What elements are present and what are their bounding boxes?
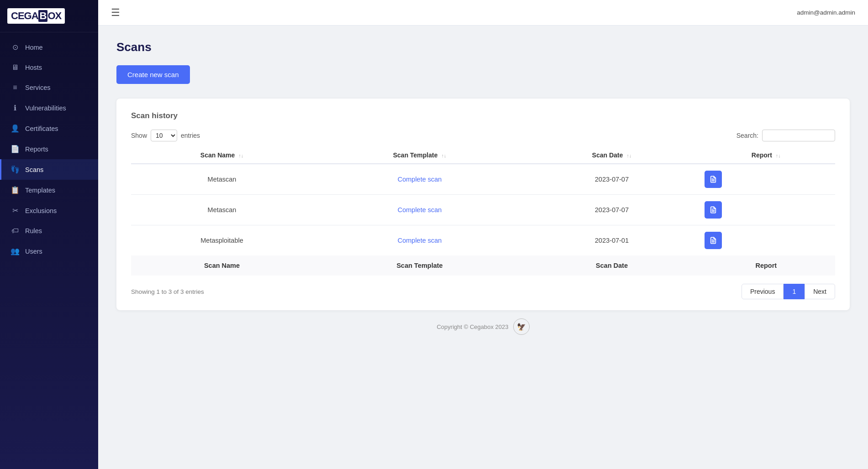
sidebar-item-users[interactable]: 👥 Users — [0, 241, 98, 261]
scan-history-title: Scan history — [131, 111, 835, 120]
sidebar-item-services[interactable]: ≡ Services — [0, 78, 98, 98]
certificates-icon: 👤 — [11, 124, 20, 133]
table-controls: Show 10 25 50 100 entries Search: — [131, 130, 835, 141]
col-scan-template[interactable]: Scan Template ↑↓ — [313, 147, 526, 164]
sidebar-item-label: Certificates — [25, 125, 58, 132]
sidebar-item-vulnerabilities[interactable]: ℹ Vulnerabilities — [0, 98, 98, 118]
cell-report — [697, 164, 835, 195]
hosts-icon: 🖥 — [11, 63, 20, 72]
sidebar-item-label: Exclusions — [25, 207, 57, 214]
sidebar-item-label: Rules — [25, 227, 42, 234]
entries-label: entries — [181, 132, 200, 139]
footer-scan-name: Scan Name — [131, 255, 313, 276]
sidebar-item-label: Users — [25, 248, 42, 255]
scan-history-table: Scan Name ↑↓ Scan Template ↑↓ Scan Date … — [131, 147, 835, 276]
report-button-1[interactable] — [705, 201, 722, 219]
cell-scan-template: Complete scan — [313, 195, 526, 225]
page-title: Scans — [116, 40, 850, 54]
showing-text: Showing 1 to 3 of 3 entries — [131, 288, 204, 295]
sidebar-item-rules[interactable]: 🏷 Rules — [0, 221, 98, 241]
sidebar-item-label: Services — [25, 84, 51, 91]
table-row: Metascan Complete scan 2023-07-07 — [131, 164, 835, 195]
footer-scan-date: Scan Date — [526, 255, 697, 276]
sidebar-item-hosts[interactable]: 🖥 Hosts — [0, 57, 98, 78]
reports-icon: 📄 — [11, 145, 20, 153]
page-1-button[interactable]: 1 — [784, 284, 805, 299]
cell-report — [697, 195, 835, 225]
pagination-area: Showing 1 to 3 of 3 entries Previous 1 N… — [131, 284, 835, 299]
table-row: Metasploitable Complete scan 2023-07-01 — [131, 225, 835, 256]
cell-scan-template: Complete scan — [313, 164, 526, 195]
previous-button[interactable]: Previous — [742, 284, 784, 299]
sort-icon-scan-name: ↑↓ — [238, 153, 243, 158]
rules-icon: 🏷 — [11, 227, 20, 235]
footer-text: Copyright © Cegabox 2023 — [437, 323, 508, 330]
table-footer-row: Scan Name Scan Template Scan Date Report — [131, 255, 835, 276]
sidebar-item-label: Home — [25, 44, 43, 51]
cell-scan-template: Complete scan — [313, 225, 526, 256]
cell-scan-name: Metascan — [131, 195, 313, 225]
create-new-scan-button[interactable]: Create new scan — [116, 65, 190, 84]
sidebar-item-scans[interactable]: 👣 Scans — [0, 159, 98, 180]
scan-template-link[interactable]: Complete scan — [398, 176, 442, 183]
sort-icon-scan-template: ↑↓ — [441, 153, 446, 158]
users-icon: 👥 — [11, 247, 20, 255]
scans-icon: 👣 — [11, 165, 20, 174]
table-header-row: Scan Name ↑↓ Scan Template ↑↓ Scan Date … — [131, 147, 835, 164]
exclusions-icon: ✂ — [11, 206, 20, 215]
sort-icon-report: ↑↓ — [776, 153, 781, 158]
entries-select[interactable]: 10 25 50 100 — [151, 130, 177, 141]
footer: Copyright © Cegabox 2023 🦅 — [116, 310, 850, 339]
footer-scan-template: Scan Template — [313, 255, 526, 276]
templates-icon: 📋 — [11, 186, 20, 194]
cell-scan-date: 2023-07-07 — [526, 195, 697, 225]
footer-report: Report — [697, 255, 835, 276]
scan-history-card: Scan history Show 10 25 50 100 entries S… — [116, 99, 850, 310]
sidebar-item-reports[interactable]: 📄 Reports — [0, 139, 98, 159]
cell-scan-date: 2023-07-07 — [526, 164, 697, 195]
next-button[interactable]: Next — [805, 284, 835, 299]
logo-box-b: B — [38, 10, 48, 22]
sidebar-item-label: Templates — [25, 187, 55, 194]
col-scan-name[interactable]: Scan Name ↑↓ — [131, 147, 313, 164]
logo: CEGABOX — [7, 8, 65, 24]
sidebar: CEGABOX ⊙ Home 🖥 Hosts ≡ Services ℹ Vuln… — [0, 0, 98, 469]
sidebar-item-templates[interactable]: 📋 Templates — [0, 180, 98, 200]
footer-logo: 🦅 — [513, 318, 530, 335]
cell-scan-name: Metasploitable — [131, 225, 313, 256]
topbar: ☰ admin@admin.admin — [98, 0, 868, 26]
logo-box-ox: OX — [47, 10, 61, 22]
sidebar-item-label: Vulnerabilities — [25, 104, 66, 112]
content: Scans Create new scan Scan history Show … — [98, 26, 868, 469]
scan-template-link[interactable]: Complete scan — [398, 206, 442, 214]
col-report[interactable]: Report ↑↓ — [697, 147, 835, 164]
col-scan-date[interactable]: Scan Date ↑↓ — [526, 147, 697, 164]
sidebar-item-label: Scans — [25, 166, 43, 173]
table-row: Metascan Complete scan 2023-07-07 — [131, 195, 835, 225]
cell-scan-name: Metascan — [131, 164, 313, 195]
search-label: Search: — [736, 132, 758, 139]
hamburger-button[interactable]: ☰ — [111, 7, 120, 19]
sidebar-item-label: Hosts — [25, 64, 42, 71]
show-entries-control: Show 10 25 50 100 entries — [131, 130, 200, 141]
main-area: ☰ admin@admin.admin Scans Create new sca… — [98, 0, 868, 469]
vulnerabilities-icon: ℹ — [11, 104, 20, 112]
search-control: Search: — [736, 130, 835, 141]
sidebar-item-certificates[interactable]: 👤 Certificates — [0, 118, 98, 139]
report-button-0[interactable] — [705, 171, 722, 188]
sort-icon-scan-date: ↑↓ — [626, 153, 631, 158]
cell-scan-date: 2023-07-01 — [526, 225, 697, 256]
show-label: Show — [131, 132, 147, 139]
user-email: admin@admin.admin — [797, 9, 855, 16]
sidebar-item-home[interactable]: ⊙ Home — [0, 37, 98, 57]
logo-cega: CEGA — [11, 10, 38, 22]
home-icon: ⊙ — [11, 43, 20, 52]
cell-report — [697, 225, 835, 256]
search-input[interactable] — [762, 130, 835, 141]
report-button-2[interactable] — [705, 232, 722, 249]
sidebar-item-exclusions[interactable]: ✂ Exclusions — [0, 200, 98, 221]
sidebar-item-label: Reports — [25, 146, 48, 153]
services-icon: ≡ — [11, 83, 20, 92]
pagination-buttons: Previous 1 Next — [742, 284, 835, 299]
scan-template-link[interactable]: Complete scan — [398, 237, 442, 244]
